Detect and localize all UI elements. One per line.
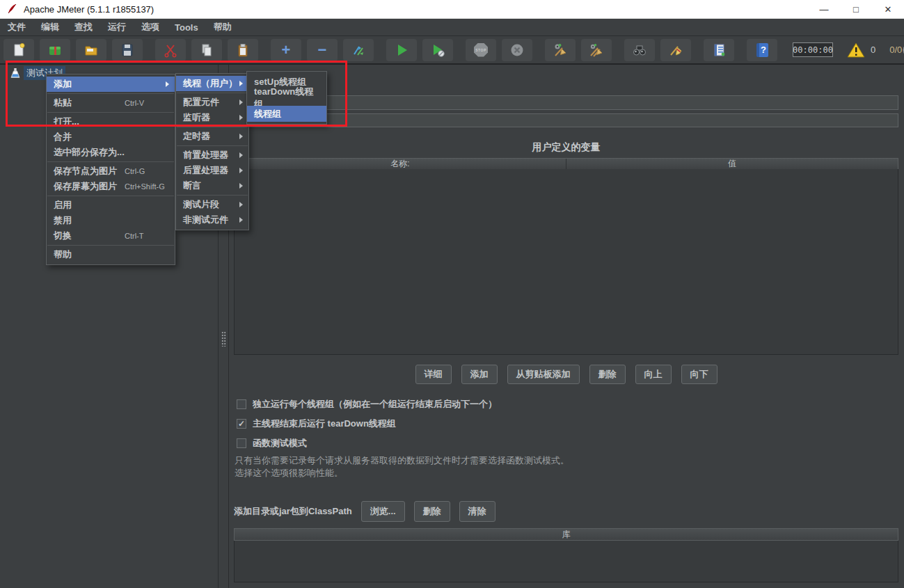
cut-scissors-icon	[163, 42, 178, 58]
menu-search[interactable]: 查找	[67, 19, 100, 36]
menu-item-save-selection-as[interactable]: 选中部分保存为...	[47, 145, 175, 160]
shutdown-button[interactable]	[502, 39, 532, 61]
up-button[interactable]: 向上	[635, 365, 672, 384]
menu-file[interactable]: 文件	[0, 19, 33, 36]
menu-item-toggle[interactable]: 切换Ctrl-T	[47, 228, 175, 244]
minimize-button[interactable]: —	[808, 0, 840, 19]
test-plan-comments-field[interactable]	[234, 113, 898, 127]
save-button[interactable]	[112, 39, 143, 61]
search-reset-button[interactable]	[660, 39, 691, 61]
thread-counter: 0/0	[889, 45, 902, 55]
classpath-delete-button[interactable]: 删除	[414, 501, 450, 522]
variables-table-header: 名称: 值	[234, 158, 898, 170]
open-button[interactable]	[76, 39, 106, 61]
variables-column-name[interactable]: 名称:	[235, 159, 566, 169]
menu-item-paste[interactable]: 粘贴Ctrl-V	[47, 95, 175, 111]
submenu-item-thread-group[interactable]: 线程组	[247, 106, 326, 122]
delete-button[interactable]: 删除	[589, 365, 626, 384]
search-binoculars-icon	[632, 42, 647, 58]
save-icon	[120, 42, 135, 58]
menu-item-help[interactable]: 帮助	[47, 247, 175, 262]
close-button[interactable]: ✕	[872, 0, 904, 19]
expand-plus-icon: +	[282, 42, 291, 58]
start-no-timers-button[interactable]	[422, 39, 453, 61]
function-helper-button[interactable]	[704, 39, 734, 61]
shortcut-label: Ctrl+Shift-G	[125, 182, 165, 191]
menu-item-save-node-as-image[interactable]: 保存节点为图片Ctrl-G	[47, 164, 175, 179]
test-plan-name-field[interactable]	[234, 95, 898, 110]
shutdown-icon	[509, 42, 525, 58]
menu-edit[interactable]: 编辑	[33, 19, 67, 36]
detail-button[interactable]: 详细	[415, 365, 452, 384]
start-button[interactable]	[386, 39, 417, 61]
submenu-item-pre-processors[interactable]: 前置处理器	[176, 148, 248, 163]
expand-all-button[interactable]: +	[271, 39, 301, 61]
templates-icon	[47, 42, 63, 58]
warning-count: 0	[871, 45, 875, 55]
submenu-item-post-processors[interactable]: 后置处理器	[176, 163, 248, 178]
menu-separator	[47, 93, 174, 94]
menu-help[interactable]: 帮助	[206, 19, 239, 36]
elapsed-timer: 00:00:00	[793, 42, 833, 57]
toggle-button[interactable]	[343, 39, 374, 61]
menu-item-disable[interactable]: 禁用	[47, 213, 175, 228]
submenu-item-non-test-elements[interactable]: 非测试元件	[176, 212, 248, 228]
submenu-item-timer[interactable]: 定时器	[176, 129, 248, 144]
submenu-arrow-icon	[239, 202, 243, 207]
submenu-arrow-icon	[239, 152, 243, 158]
clear-button[interactable]	[545, 39, 576, 61]
splitter-grip-icon[interactable]	[221, 331, 226, 347]
shortcut-label: Ctrl-G	[125, 167, 145, 175]
teardown-checkbox[interactable]: ✓	[237, 419, 246, 429]
variables-table-body[interactable]	[234, 169, 898, 355]
submenu-item-threads-users[interactable]: 线程（用户）	[176, 76, 248, 91]
classpath-clear-button[interactable]: 清除	[459, 501, 495, 522]
menu-options[interactable]: 选项	[134, 19, 167, 36]
paste-button[interactable]	[228, 39, 258, 61]
context-menu: 添加 粘贴Ctrl-V 打开... 合并 选中部分保存为... 保存节点为图片C…	[46, 74, 175, 265]
maximize-button[interactable]: □	[840, 0, 872, 19]
submenu-item-listener[interactable]: 监听器	[176, 110, 248, 125]
start-play-icon	[394, 42, 409, 58]
menu-item-merge[interactable]: 合并	[47, 129, 175, 145]
new-file-button[interactable]	[3, 39, 34, 61]
menu-run[interactable]: 运行	[100, 19, 134, 36]
log-warning-indicator[interactable]: 0	[847, 42, 875, 58]
library-table-body[interactable]	[234, 541, 898, 582]
submenu-item-assertions[interactable]: 断言	[176, 178, 248, 193]
add-button[interactable]: 添加	[461, 365, 498, 384]
menu-item-enable[interactable]: 启用	[47, 198, 175, 213]
collapse-all-button[interactable]: −	[307, 39, 338, 61]
search-button[interactable]	[624, 39, 655, 61]
functional-mode-note-line1: 只有当你需要记录每个请求从服务器取得的数据到文件时才需要选择函数测试模式。	[235, 454, 569, 467]
menu-bar: 文件 编辑 查找 运行 选项 Tools 帮助	[0, 19, 904, 36]
functional-mode-checkbox[interactable]: ✓	[237, 438, 246, 448]
variables-section-title: 用户定义的变量	[234, 141, 898, 154]
option-functional-test-mode: ✓ 函数测试模式	[237, 437, 307, 450]
menu-item-add[interactable]: 添加	[47, 77, 175, 92]
add-from-clipboard-button[interactable]: 从剪贴板添加	[507, 365, 580, 384]
menu-item-open[interactable]: 打开...	[47, 114, 175, 129]
menu-tools[interactable]: Tools	[167, 19, 206, 36]
variables-column-value[interactable]: 值	[566, 159, 898, 169]
menu-item-save-screen-as-image[interactable]: 保存屏幕为图片Ctrl+Shift-G	[47, 179, 175, 194]
submenu-item-teardown-thread-group[interactable]: tearDown线程组	[247, 90, 326, 106]
browse-button[interactable]: 浏览...	[361, 501, 405, 522]
threads-submenu: setUp线程组 tearDown线程组 线程组	[246, 71, 327, 125]
menu-separator	[47, 112, 174, 113]
stop-button[interactable]: STOP	[466, 39, 496, 61]
menu-separator	[47, 245, 174, 246]
serial-run-checkbox[interactable]: ✓	[237, 399, 246, 409]
down-button[interactable]: 向下	[681, 365, 717, 384]
clear-all-button[interactable]	[581, 39, 612, 61]
templates-button[interactable]	[40, 39, 70, 61]
submenu-item-config-element[interactable]: 配置元件	[176, 95, 248, 110]
copy-button[interactable]	[191, 39, 222, 61]
submenu-item-test-fragment[interactable]: 测试片段	[176, 197, 248, 212]
cut-button[interactable]	[155, 39, 186, 61]
classpath-row: 添加目录或jar包到ClassPath 浏览... 删除 清除	[234, 501, 495, 522]
title-bar: Apache JMeter (5.1.1 r1855137) — □ ✕	[0, 0, 904, 19]
help-button[interactable]: ?	[747, 39, 777, 61]
submenu-arrow-icon	[239, 115, 243, 120]
clear-all-brooms-icon	[589, 42, 604, 58]
